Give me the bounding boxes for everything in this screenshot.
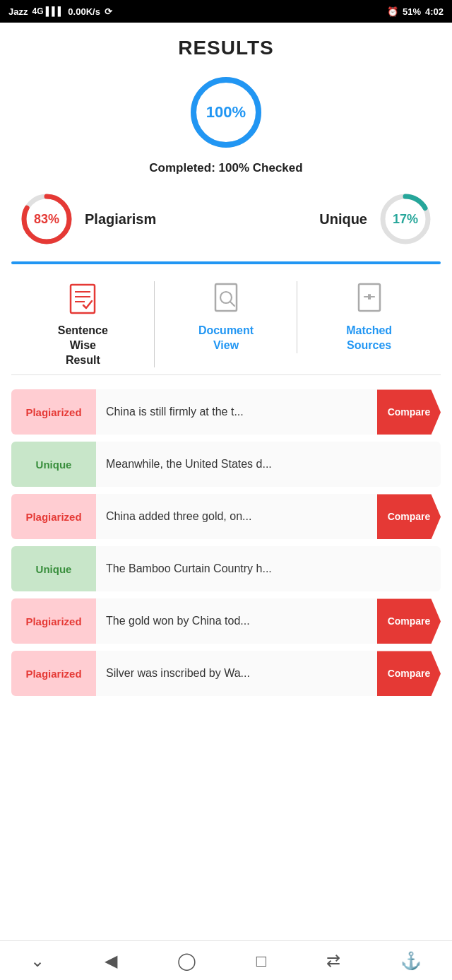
carrier-label: Jazz — [8, 6, 28, 17]
tab-matched-label: MatchedSources — [346, 324, 392, 353]
nav-chevron-down-icon[interactable]: ⌄ — [30, 951, 44, 971]
status-left: Jazz 4G ▌▌▌ 0.00K/s ⟳ — [8, 6, 112, 17]
tab-document[interactable]: DocumentView — [155, 281, 298, 353]
bottom-nav: ⌄ ◀ ◯ □ ⇄ ⚓ — [0, 940, 452, 980]
signal-icon: 4G ▌▌▌ — [32, 6, 64, 16]
badge-unique-4: Unique — [11, 546, 96, 591]
tab-matched[interactable]: MatchedSources — [297, 281, 441, 353]
result-text-6: Silver was inscribed by Wa... — [96, 651, 377, 696]
completion-percent: 100% — [206, 103, 246, 122]
plagiarism-percent: 83% — [34, 212, 59, 227]
result-text-2: Meanwhile, the United States d... — [96, 442, 441, 487]
tab-sentence[interactable]: SentenceWiseResult — [11, 281, 155, 367]
tab-document-label: DocumentView — [198, 324, 254, 353]
svg-rect-10 — [215, 284, 237, 311]
badge-plagiarized-1: Plagiarized — [11, 389, 96, 435]
result-row-5: Plagiarized The gold won by China tod...… — [11, 598, 441, 644]
unique-percent: 17% — [393, 212, 418, 227]
badge-plagiarized-5: Plagiarized — [11, 598, 96, 644]
badge-unique-2: Unique — [11, 442, 96, 487]
time-label: 4:02 — [425, 6, 444, 17]
unique-circle: 17% — [377, 191, 434, 247]
result-text-4: The Bamboo Curtain Country h... — [96, 546, 441, 591]
speed-label: 0.00K/s — [68, 6, 100, 17]
result-text-3: China added three gold, on... — [96, 494, 377, 539]
nav-square-icon[interactable]: □ — [256, 951, 267, 971]
person-icon: ⟳ — [105, 6, 112, 17]
nav-download-icon[interactable]: ⇄ — [326, 951, 340, 971]
alarm-icon: ⏰ — [387, 6, 398, 17]
result-row-1: Plagiarized China is still firmly at the… — [11, 389, 441, 435]
nav-back-icon[interactable]: ◀ — [105, 951, 117, 971]
result-row-2: Unique Meanwhile, the United States d... — [11, 442, 441, 487]
view-tabs: SentenceWiseResult DocumentView MatchedS… — [11, 281, 441, 375]
compare-button-1[interactable]: Compare — [377, 389, 441, 435]
status-bar: Jazz 4G ▌▌▌ 0.00K/s ⟳ ⏰ 51% 4:02 — [0, 0, 452, 23]
compare-button-6[interactable]: Compare — [377, 651, 441, 696]
big-circle-container: 100% — [11, 73, 441, 151]
battery-label: 51% — [403, 6, 421, 17]
unique-stat: Unique 17% — [319, 191, 434, 247]
results-list: Plagiarized China is still firmly at the… — [11, 389, 441, 752]
stats-row: 83% Plagiarism Unique 17% — [11, 191, 441, 247]
result-row-3: Plagiarized China added three gold, on..… — [11, 494, 441, 539]
badge-plagiarized-3: Plagiarized — [11, 494, 96, 539]
plagiarism-circle: 83% — [18, 191, 75, 247]
page-title: RESULTS — [11, 37, 441, 59]
status-right: ⏰ 51% 4:02 — [387, 6, 444, 17]
blue-divider — [11, 261, 441, 264]
unique-label: Unique — [319, 211, 367, 228]
nav-accessibility-icon[interactable]: ⚓ — [400, 951, 422, 971]
compare-button-5[interactable]: Compare — [377, 598, 441, 644]
main-content: RESULTS 100% Completed: 100% Checked 83%… — [0, 23, 452, 752]
result-text-5: The gold won by China tod... — [96, 598, 377, 644]
badge-plagiarized-6: Plagiarized — [11, 651, 96, 696]
svg-line-12 — [230, 302, 234, 306]
result-row-4: Unique The Bamboo Curtain Country h... — [11, 546, 441, 591]
plagiarism-label: Plagiarism — [85, 211, 156, 228]
tab-sentence-label: SentenceWiseResult — [58, 324, 108, 367]
nav-home-icon[interactable]: ◯ — [177, 951, 196, 971]
completion-circle: 100% — [187, 73, 265, 151]
result-text-1: China is still firmly at the t... — [96, 389, 377, 435]
completed-text: Completed: 100% Checked — [11, 161, 441, 175]
compare-button-3[interactable]: Compare — [377, 494, 441, 539]
svg-rect-6 — [71, 285, 95, 313]
result-row-6: Plagiarized Silver was inscribed by Wa..… — [11, 651, 441, 696]
plagiarism-stat: 83% Plagiarism — [18, 191, 156, 247]
